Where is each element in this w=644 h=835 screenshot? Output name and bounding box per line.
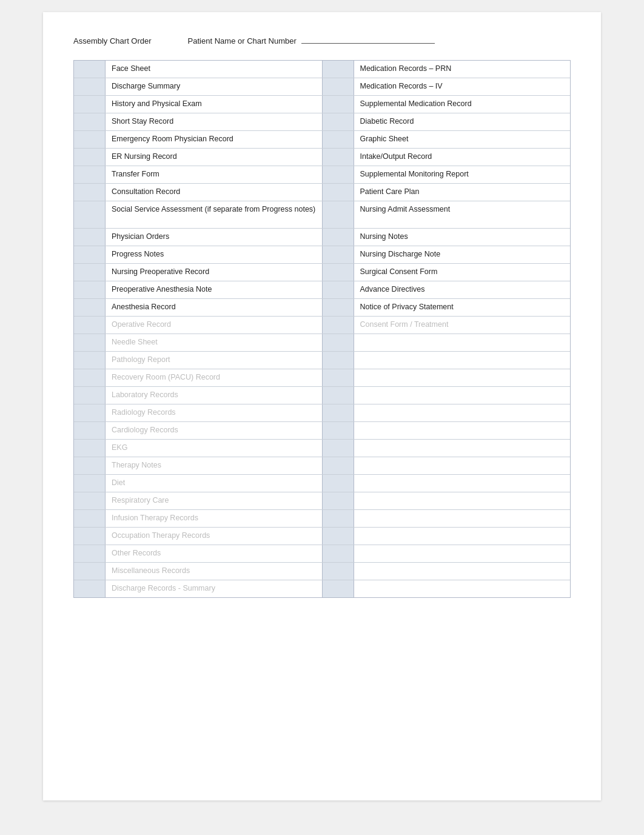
row-label-right xyxy=(354,563,571,580)
row-number-right xyxy=(323,528,354,545)
table-row: Consultation RecordPatient Care Plan xyxy=(74,184,570,201)
row-label-right-text: Nursing Discharge Note xyxy=(360,249,441,260)
row-label-left-text: Anesthesia Record xyxy=(112,302,176,313)
row-number-right xyxy=(323,96,354,113)
table-row: Operative RecordConsent Form / Treatment xyxy=(74,317,570,334)
page-header: Assembly Chart Order Patient Name or Cha… xyxy=(73,36,571,45)
table-row: Discharge SummaryMedication Records – IV xyxy=(74,78,570,96)
row-label-right xyxy=(354,334,571,351)
row-label-left-text: Discharge Summary xyxy=(112,81,180,92)
row-label-left: Needle Sheet xyxy=(106,334,323,351)
row-label-left: Recovery Room (PACU) Record xyxy=(106,369,323,386)
row-number-right xyxy=(323,113,354,130)
row-number-right xyxy=(323,563,354,580)
row-label-right xyxy=(354,510,571,527)
row-number-left xyxy=(74,580,106,597)
row-number-right xyxy=(323,184,354,201)
row-label-left-text: Radiology Records xyxy=(112,407,176,418)
row-number-left xyxy=(74,281,106,298)
table-row: EKG xyxy=(74,440,570,457)
row-label-right: Medication Records – IV xyxy=(354,78,571,95)
row-number-left xyxy=(74,475,106,492)
row-label-left: Progress Notes xyxy=(106,246,323,263)
row-label-left: Diet xyxy=(106,475,323,492)
row-label-right: Surgical Consent Form xyxy=(354,264,571,281)
row-label-left-text: Operative Record xyxy=(112,320,171,330)
row-number-right xyxy=(323,580,354,597)
row-number-right xyxy=(323,352,354,369)
row-label-left: Physician Orders xyxy=(106,229,323,246)
row-number-left xyxy=(74,317,106,334)
row-label-right: Nursing Notes xyxy=(354,229,571,246)
row-label-right-text: Medication Records – IV xyxy=(360,81,443,92)
row-number-right xyxy=(323,387,354,404)
row-label-left-text: Diet xyxy=(112,478,125,489)
row-label-right-text: Notice of Privacy Statement xyxy=(360,302,454,313)
table-row: Recovery Room (PACU) Record xyxy=(74,369,570,387)
table-row: Needle Sheet xyxy=(74,334,570,352)
table-row: Discharge Records - Summary xyxy=(74,580,570,597)
row-label-left: Other Records xyxy=(106,545,323,562)
row-label-left-text: Therapy Notes xyxy=(112,460,161,471)
row-number-left xyxy=(74,528,106,545)
table-row: Preoperative Anesthesia NoteAdvance Dire… xyxy=(74,281,570,299)
row-number-left xyxy=(74,440,106,457)
row-label-left-text: Consultation Record xyxy=(112,187,180,198)
row-number-right xyxy=(323,61,354,78)
row-label-right-text: Medication Records – PRN xyxy=(360,64,452,75)
table-row: Nursing Preoperative RecordSurgical Cons… xyxy=(74,264,570,281)
row-label-right xyxy=(354,492,571,509)
row-label-left: Radiology Records xyxy=(106,404,323,421)
row-label-left: Therapy Notes xyxy=(106,457,323,474)
row-label-right xyxy=(354,545,571,562)
row-label-right: Consent Form / Treatment xyxy=(354,317,571,334)
row-label-left: Social Service Assessment (if separate f… xyxy=(106,201,323,228)
row-label-right xyxy=(354,387,571,404)
row-number-right xyxy=(323,545,354,562)
assembly-chart-title: Assembly Chart Order xyxy=(73,36,152,45)
row-label-left-text: Transfer Form xyxy=(112,169,159,180)
row-label-left-text: Miscellaneous Records xyxy=(112,566,190,577)
row-label-left-text: Needle Sheet xyxy=(112,337,158,348)
row-label-left-text: Recovery Room (PACU) Record xyxy=(112,372,220,383)
row-label-left: Laboratory Records xyxy=(106,387,323,404)
row-number-left xyxy=(74,229,106,246)
row-label-right xyxy=(354,528,571,545)
row-label-left-text: Social Service Assessment (if separate f… xyxy=(112,204,315,215)
row-label-left-text: Infusion Therapy Records xyxy=(112,513,198,524)
table-row: Miscellaneous Records xyxy=(74,563,570,580)
row-label-right-text: Graphic Sheet xyxy=(360,134,409,145)
table-row: Emergency Room Physician RecordGraphic S… xyxy=(74,131,570,149)
row-number-right xyxy=(323,131,354,148)
row-label-left-text: ER Nursing Record xyxy=(112,152,177,163)
chart-table: Face SheetMedication Records – PRNDischa… xyxy=(73,60,571,598)
row-label-left-text: Progress Notes xyxy=(112,249,164,260)
row-label-right xyxy=(354,352,571,369)
row-number-right xyxy=(323,281,354,298)
row-label-right xyxy=(354,369,571,386)
row-number-left xyxy=(74,510,106,527)
row-label-right-text: Nursing Admit Assessment xyxy=(360,204,451,215)
row-label-right xyxy=(354,422,571,439)
row-number-right xyxy=(323,229,354,246)
row-number-left xyxy=(74,264,106,281)
row-number-left xyxy=(74,78,106,95)
row-number-right xyxy=(323,334,354,351)
row-number-left xyxy=(74,545,106,562)
row-label-right: Notice of Privacy Statement xyxy=(354,299,571,316)
row-label-left: EKG xyxy=(106,440,323,457)
row-number-right xyxy=(323,201,354,228)
row-label-right-text: Supplemental Monitoring Report xyxy=(360,169,469,180)
row-label-left-text: Short Stay Record xyxy=(112,116,173,127)
row-label-right xyxy=(354,404,571,421)
row-number-left xyxy=(74,246,106,263)
row-number-right xyxy=(323,246,354,263)
row-number-right xyxy=(323,264,354,281)
row-label-right-text: Diabetic Record xyxy=(360,116,414,127)
row-number-right xyxy=(323,475,354,492)
row-label-left: ER Nursing Record xyxy=(106,149,323,166)
row-number-left xyxy=(74,149,106,166)
row-label-left: Anesthesia Record xyxy=(106,299,323,316)
table-row: Radiology Records xyxy=(74,404,570,422)
table-row: Physician OrdersNursing Notes xyxy=(74,229,570,246)
